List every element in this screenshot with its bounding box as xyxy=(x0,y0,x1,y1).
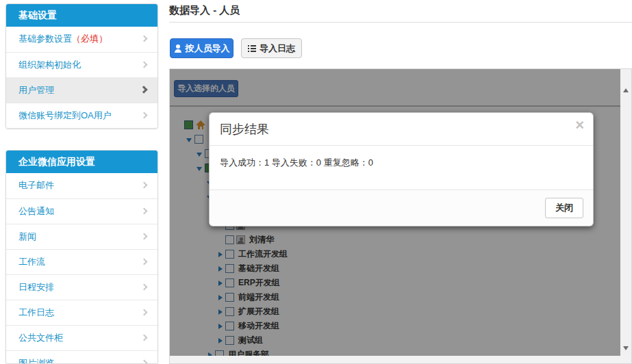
sidebar-item[interactable]: 新闻 xyxy=(6,224,157,249)
sidebar-item[interactable]: 工作流 xyxy=(6,249,157,274)
sidebar-item[interactable]: 用户管理 xyxy=(6,77,157,103)
sidebar-items: 电子邮件公告通知新闻工作流日程安排工作日志公共文件柜图片浏览 xyxy=(6,173,157,364)
title-divider xyxy=(169,22,632,23)
modal-footer: 关闭 xyxy=(210,190,593,226)
close-icon[interactable]: × xyxy=(575,118,584,133)
sidebar-item-label: 图片浏览 xyxy=(18,358,54,364)
chevron-right-icon xyxy=(141,182,148,189)
sidebar-item[interactable]: 图片浏览 xyxy=(6,350,157,364)
modal-title: 同步结果 xyxy=(220,122,269,136)
sidebar-section-title: 企业微信应用设置 xyxy=(6,151,157,173)
chevron-right-icon xyxy=(141,112,148,119)
sidebar-item[interactable]: 公共文件柜 xyxy=(6,325,157,350)
sync-result-modal: 同步结果 × 导入成功：1 导入失败：0 重复忽略：0 关闭 xyxy=(209,112,594,226)
sidebar-item[interactable]: 日程安排 xyxy=(6,274,157,300)
chevron-right-icon xyxy=(141,259,148,265)
chevron-right-icon xyxy=(141,208,148,215)
vertical-scrollbar[interactable] xyxy=(620,69,631,356)
sidebar-item[interactable]: 微信账号绑定到OA用户 xyxy=(6,103,157,128)
scrollbar-up-icon[interactable] xyxy=(623,88,629,92)
sidebar-items: 基础参数设置（必填）组织架构初始化用户管理微信账号绑定到OA用户 xyxy=(6,27,157,128)
sidebar-item-label: 用户管理 xyxy=(18,85,54,95)
scrollbar-down-icon[interactable] xyxy=(623,346,629,350)
sidebar-item-label: 工作流 xyxy=(18,257,45,267)
sidebar-item[interactable]: 电子邮件 xyxy=(6,173,157,198)
sidebar-item-label: 公共文件柜 xyxy=(18,333,63,343)
chevron-right-icon xyxy=(141,360,148,364)
import-by-person-label: 按人员导入 xyxy=(186,42,230,55)
import-log-button[interactable]: 导入日志 xyxy=(241,38,302,58)
sidebar-section-title: 基础设置 xyxy=(6,4,157,27)
modal-header: 同步结果 × xyxy=(210,113,593,146)
chevron-right-icon xyxy=(141,309,148,316)
sidebar-item-label: 组织架构初始化 xyxy=(18,60,81,70)
modal-body-text: 导入成功：1 导入失败：0 重复忽略：0 xyxy=(210,146,593,190)
sidebar-item[interactable]: 工作日志 xyxy=(6,300,157,325)
required-badge: （必填） xyxy=(72,34,108,44)
person-icon xyxy=(174,44,182,53)
sidebar-item[interactable]: 组织架构初始化 xyxy=(6,52,157,77)
list-icon xyxy=(248,44,256,53)
import-by-person-button[interactable]: 按人员导入 xyxy=(170,38,233,58)
sidebar-section-basic-settings: 基础设置 基础参数设置（必填）组织架构初始化用户管理微信账号绑定到OA用户 xyxy=(5,3,158,129)
import-log-label: 导入日志 xyxy=(260,42,295,55)
page-title: 数据导入 - 人员 xyxy=(169,4,240,17)
sidebar-item[interactable]: 公告通知 xyxy=(6,198,157,224)
chevron-right-icon xyxy=(141,335,148,341)
chevron-right-icon xyxy=(141,62,148,68)
sidebar-item-label: 基础参数设置 xyxy=(18,34,72,44)
sidebar-item-label: 公告通知 xyxy=(18,206,54,216)
sidebar-item-label: 电子邮件 xyxy=(18,180,54,190)
sidebar-section-wechat-app-settings: 企业微信应用设置 电子邮件公告通知新闻工作流日程安排工作日志公共文件柜图片浏览 xyxy=(5,150,158,364)
sidebar-item-label: 工作日志 xyxy=(18,307,54,317)
chevron-right-icon xyxy=(141,284,148,291)
chevron-right-icon xyxy=(141,36,148,42)
sidebar-item-label: 新闻 xyxy=(18,231,36,242)
chevron-right-icon xyxy=(140,86,147,93)
modal-close-button[interactable]: 关闭 xyxy=(545,198,583,218)
sidebar-item-label: 微信账号绑定到OA用户 xyxy=(18,110,112,120)
sidebar-item[interactable]: 基础参数设置（必填） xyxy=(6,27,157,52)
sidebar-item-label: 日程安排 xyxy=(18,282,54,292)
chevron-right-icon xyxy=(141,233,148,240)
